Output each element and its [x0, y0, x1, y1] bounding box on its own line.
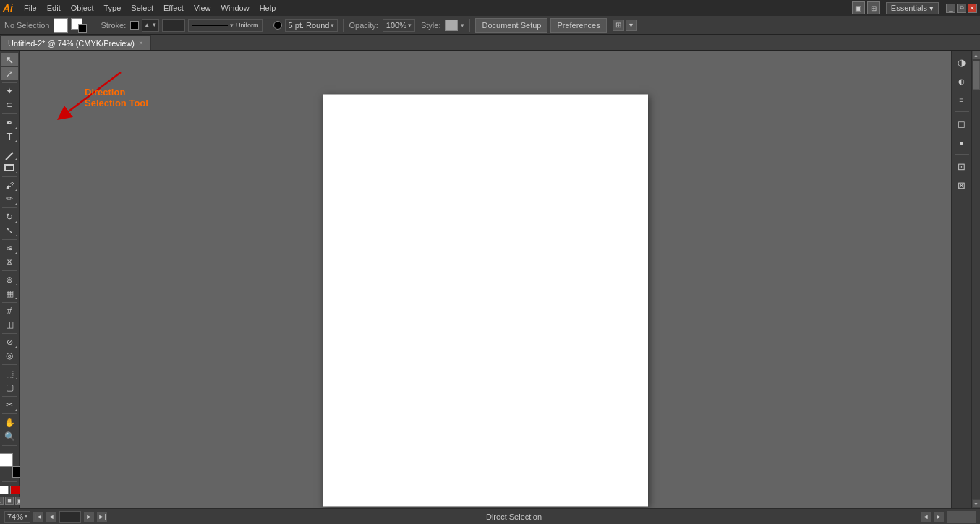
magic-wand-tool-button[interactable]: ✦ [1, 85, 18, 98]
document-tab[interactable]: Untitled-2* @ 74% (CMYK/Preview) × [0, 35, 151, 50]
status-bar: 74% ▾ |◄ ◄ 1 ► ►| Direct Selection ◄ ► [0, 508, 980, 524]
style-dropdown-arrow[interactable]: ▾ [461, 22, 464, 29]
pen-tool-icon: ✒ [6, 119, 13, 127]
first-page-button[interactable]: |◄ [33, 512, 43, 522]
annotation-text: Direction Selection Tool [85, 87, 148, 108]
menu-view[interactable]: View [189, 2, 216, 14]
menu-object[interactable]: Object [66, 2, 99, 14]
zoom-selector[interactable]: 74% ▾ [4, 511, 30, 523]
screen-mode-icon[interactable]: ▣ [852, 1, 865, 14]
artboard-icon: ▢ [6, 383, 14, 392]
stroke-panel-button[interactable]: ≡ [953, 91, 971, 108]
transparency-panel-button[interactable]: ◻ [953, 115, 971, 132]
status-left-arrow[interactable]: ◄ [921, 512, 931, 522]
live-paint-tool-button[interactable]: ⬚ [1, 367, 18, 380]
zoom-tool-button[interactable]: 🔍 [1, 430, 18, 443]
gradient-tool-button[interactable]: ◫ [1, 318, 18, 331]
rotate-tool-button[interactable]: ↻ [1, 210, 18, 223]
close-button[interactable]: ✕ [968, 4, 977, 13]
stroke-type-select[interactable]: ▾ Uniform [188, 19, 263, 32]
toolbar-divider-4 [2, 176, 17, 177]
rectangle-tool-button[interactable] [1, 161, 18, 174]
free-transform-tool-button[interactable]: ⊠ [1, 255, 18, 268]
type-tool-button[interactable]: T [1, 130, 18, 143]
lasso-tool-button[interactable]: ⊂ [1, 98, 18, 111]
mesh-icon: # [7, 306, 12, 315]
pencil-tool-button[interactable]: ✏ [1, 192, 18, 205]
stroke-value-input[interactable]: 1 pt [162, 19, 185, 32]
stroke-label: Stroke: [101, 21, 126, 30]
menu-window[interactable]: Window [216, 2, 255, 14]
hand-tool-button[interactable]: ✋ [1, 416, 18, 429]
status-right-indicator [947, 511, 976, 523]
menu-file[interactable]: File [19, 2, 42, 14]
fill-stroke-swatches [71, 18, 87, 33]
fx-panel-button[interactable]: ● [953, 134, 971, 151]
scroll-track[interactable] [973, 59, 980, 499]
slice-tool-button[interactable]: ✂ [1, 398, 18, 411]
direct-selection-tool-button[interactable]: ↗ [1, 67, 18, 80]
align-panel-button[interactable]: ⊡ [953, 158, 971, 175]
next-page-button[interactable]: ► [84, 512, 94, 522]
tab-close-button[interactable]: × [139, 39, 143, 47]
menu-select[interactable]: Select [126, 2, 158, 14]
scroll-up-button[interactable]: ▲ [972, 51, 981, 59]
brush-size-select[interactable]: 5 pt. Round ▾ [285, 19, 338, 32]
pen-tool-button[interactable]: ✒ [1, 116, 18, 129]
artboard-tool-button[interactable]: ▢ [1, 381, 18, 394]
document-setup-button[interactable]: Document Setup [475, 18, 547, 33]
canvas-area: Direction Selection Tool [20, 51, 951, 508]
color-panel-button[interactable]: ◑ [953, 53, 971, 71]
menu-effect[interactable]: Effect [158, 2, 189, 14]
transform-panel-button[interactable]: ⊠ [953, 176, 971, 194]
preferences-button[interactable]: Preferences [550, 18, 606, 33]
menu-help[interactable]: Help [255, 2, 281, 14]
paintbrush-tool-button[interactable]: 🖌 [1, 179, 18, 192]
prev-page-button[interactable]: ◄ [46, 512, 56, 522]
last-page-button[interactable]: ►| [97, 512, 107, 522]
essentials-button[interactable]: Essentials ▾ [886, 2, 939, 14]
gradient-panel-button[interactable]: ◐ [953, 72, 971, 90]
stroke-color-swatch[interactable] [78, 24, 87, 33]
gradient-icon: ◫ [6, 320, 14, 329]
opacity-select[interactable]: 100% ▾ [383, 19, 415, 32]
divider-2 [268, 19, 268, 32]
menu-edit[interactable]: Edit [42, 2, 66, 14]
scroll-down-button[interactable]: ▼ [972, 499, 981, 508]
blend-tool-button[interactable]: ◎ [1, 349, 18, 362]
document-canvas [323, 94, 648, 506]
style-swatch[interactable] [445, 20, 458, 31]
stroke-color[interactable] [130, 21, 139, 30]
scale-tool-button[interactable]: ⤡ [1, 224, 18, 237]
line-tool-button[interactable] [1, 147, 18, 160]
arrange-dropdown[interactable]: ▾ [626, 20, 637, 31]
panel-divider-2 [955, 154, 969, 155]
tab-title: Untitled-2* @ 74% (CMYK/Preview) [8, 39, 135, 48]
toolbar-divider-14 [2, 481, 17, 482]
lasso-icon: ⊂ [6, 100, 13, 109]
column-graph-tool-button[interactable]: ▦ [1, 287, 18, 300]
arrange-icon[interactable]: ⊞ [613, 20, 624, 31]
eyedropper-tool-button[interactable]: ⊘ [1, 336, 18, 349]
selection-tool-button[interactable]: ↖ [1, 53, 18, 66]
restore-button[interactable]: ⧉ [957, 4, 966, 13]
screen-btn-1[interactable]: □ [0, 497, 4, 505]
warp-tool-button[interactable]: ≋ [1, 241, 18, 254]
app-logo: Ai [3, 2, 13, 14]
status-right-arrow[interactable]: ► [934, 512, 944, 522]
panel-divider [955, 111, 969, 112]
screen-btn-2[interactable]: ■ [5, 497, 14, 505]
svg-line-0 [63, 72, 121, 116]
workspace-layout-icon[interactable]: ⊞ [867, 1, 880, 14]
normal-mode-button[interactable] [0, 486, 9, 494]
scroll-thumb[interactable] [973, 61, 980, 90]
brush-swatch[interactable] [273, 21, 282, 30]
minimize-button[interactable]: _ [946, 4, 955, 13]
foreground-color-swatch[interactable] [0, 453, 13, 467]
stroke-arrows[interactable]: ▲ ▼ [142, 19, 159, 32]
fill-swatch[interactable] [54, 18, 68, 33]
page-number-input[interactable]: 1 [59, 511, 81, 523]
menu-type[interactable]: Type [99, 2, 127, 14]
symbol-sprayer-tool-button[interactable]: ⊛ [1, 273, 18, 286]
mesh-tool-button[interactable]: # [1, 304, 18, 317]
